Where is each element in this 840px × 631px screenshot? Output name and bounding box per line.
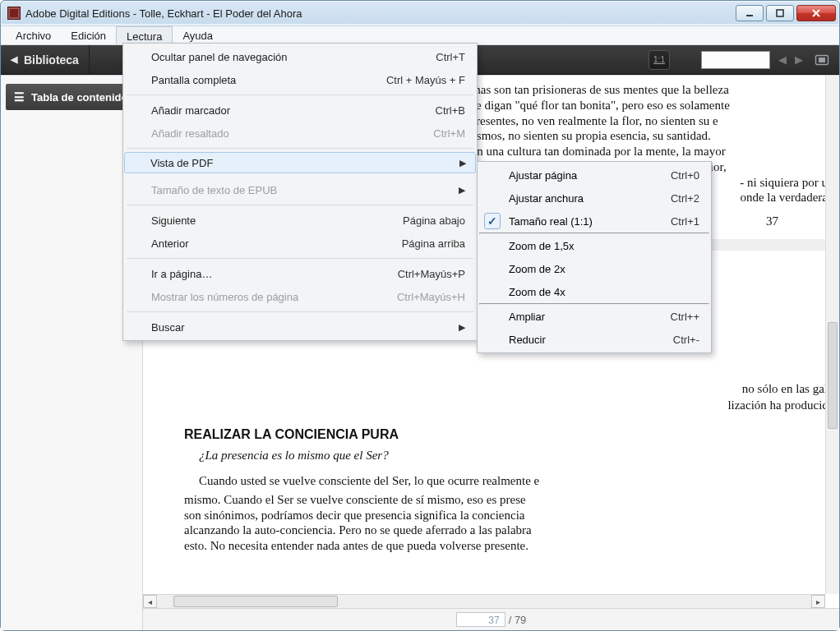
submenu-fit-width[interactable]: Ajustar anchuraCtrl+2 bbox=[479, 187, 709, 210]
actual-size-icon: 1:1 bbox=[653, 55, 665, 64]
toc-label: Tabla de contenidos bbox=[31, 91, 129, 104]
menu-goto-page[interactable]: Ir a página…Ctrl+Mayús+P bbox=[125, 262, 475, 285]
close-button[interactable] bbox=[796, 5, 836, 21]
text-line: que digan "qué flor tan bonita", pero es… bbox=[464, 99, 730, 112]
text-line: mismos, no sienten su propia esencia, su… bbox=[464, 129, 711, 142]
menu-edicion[interactable]: Edición bbox=[61, 26, 116, 44]
submenu-zoom-4x[interactable]: Zoom de 4x bbox=[479, 280, 709, 303]
submenu-actual-size[interactable]: ✓ Tamaño real (1:1)Ctrl+1 bbox=[479, 210, 709, 233]
fullscreen-button[interactable] bbox=[811, 50, 833, 70]
menu-pdf-view[interactable]: Vista de PDF▶ bbox=[124, 152, 476, 173]
text-line: no sólo en las gal bbox=[742, 382, 828, 395]
text-line: s en una cultura tan dominada por la men… bbox=[464, 145, 726, 158]
pdf-view-submenu: Ajustar páginaCtrl+0 Ajustar anchuraCtrl… bbox=[477, 161, 712, 353]
horizontal-scrollbar[interactable]: ◂ ▸ bbox=[143, 594, 825, 608]
body-text: Cuando usted se vuelve consciente del Se… bbox=[184, 473, 828, 489]
menu-search[interactable]: Buscar▶ bbox=[125, 316, 475, 339]
text-line: - ni siquiera por u bbox=[740, 176, 828, 189]
text-line: onde la verdadera bbox=[740, 191, 828, 204]
close-icon bbox=[811, 9, 821, 17]
submenu-arrow-icon: ▶ bbox=[459, 322, 465, 333]
next-page-button[interactable]: ▶ bbox=[795, 53, 803, 66]
maximize-icon bbox=[776, 9, 784, 17]
body-text: mismo. Cuando el Ser se vuelve conscient… bbox=[184, 492, 828, 554]
submenu-arrow-icon: ▶ bbox=[459, 158, 466, 168]
submenu-fit-page[interactable]: Ajustar páginaCtrl+0 bbox=[479, 164, 709, 187]
toc-icon: ☰ bbox=[14, 90, 25, 104]
hscroll-thumb[interactable] bbox=[173, 596, 338, 607]
fullscreen-icon bbox=[815, 54, 829, 66]
submenu-zoom-2x[interactable]: Zoom de 2x bbox=[479, 257, 709, 280]
svg-rect-3 bbox=[819, 58, 825, 62]
svg-rect-1 bbox=[777, 10, 783, 16]
menu-ayuda[interactable]: Ayuda bbox=[173, 26, 223, 44]
text-line: sonas son tan prisioneras de sus mentes … bbox=[464, 83, 729, 96]
window-title: Adobe Digital Editions - Tolle, Eckhart … bbox=[25, 7, 302, 20]
menu-archivo[interactable]: Archivo bbox=[6, 26, 61, 44]
scroll-right-button[interactable]: ▸ bbox=[811, 595, 825, 608]
menu-add-highlight: Añadir resaltadoCtrl+M bbox=[125, 122, 475, 145]
page-counter: 37 / 79 bbox=[143, 609, 839, 630]
titlebar: Adobe Digital Editions - Tolle, Eckhart … bbox=[1, 1, 839, 25]
scroll-thumb[interactable] bbox=[828, 322, 838, 429]
page-number-field[interactable]: 37 bbox=[456, 612, 505, 627]
submenu-zoom-in[interactable]: AmpliarCtrl++ bbox=[479, 305, 709, 328]
library-button[interactable]: ◀ Biblioteca bbox=[1, 45, 90, 74]
maximize-button[interactable] bbox=[766, 5, 794, 21]
section-question: ¿La presencia es lo mismo que el Ser? bbox=[184, 448, 828, 463]
minimize-button[interactable] bbox=[736, 5, 764, 21]
submenu-arrow-icon: ▶ bbox=[459, 185, 465, 196]
text-line: , presentes, no ven realmente la flor, n… bbox=[464, 114, 718, 127]
prev-page-button[interactable]: ◀ bbox=[778, 53, 787, 66]
menu-next-page[interactable]: SiguientePágina abajo bbox=[125, 209, 475, 232]
scroll-left-button[interactable]: ◂ bbox=[143, 595, 157, 608]
library-label: Biblioteca bbox=[24, 53, 79, 67]
text-line: lización ha producic bbox=[727, 398, 828, 412]
page-total: / 79 bbox=[509, 614, 527, 626]
menu-hide-nav[interactable]: Ocultar panel de navegaciónCtrl+T bbox=[125, 45, 475, 68]
menu-show-page-numbers: Mostrar los números de páginaCtrl+Mayús+… bbox=[125, 285, 475, 308]
check-icon: ✓ bbox=[484, 213, 501, 229]
svg-rect-0 bbox=[746, 15, 753, 16]
toc-header[interactable]: ☰ Tabla de contenidos bbox=[6, 84, 137, 110]
menu-fullscreen[interactable]: Pantalla completaCtrl + Mayús + F bbox=[125, 68, 475, 91]
submenu-zoom-15x[interactable]: Zoom de 1,5x bbox=[479, 234, 709, 257]
submenu-zoom-out[interactable]: ReducirCtrl+- bbox=[479, 328, 709, 351]
actual-size-button[interactable]: 1:1 bbox=[648, 50, 670, 70]
back-triangle-icon: ◀ bbox=[11, 54, 17, 65]
lectura-menu: Ocultar panel de navegaciónCtrl+T Pantal… bbox=[122, 43, 478, 341]
vertical-scrollbar[interactable] bbox=[825, 76, 839, 594]
menu-lectura[interactable]: Lectura bbox=[116, 26, 173, 44]
menu-add-bookmark[interactable]: Añadir marcadorCtrl+B bbox=[125, 99, 475, 122]
menu-prev-page[interactable]: AnteriorPágina arriba bbox=[125, 232, 475, 255]
menu-epub-text-size: Tamaño de texto de EPUB▶ bbox=[125, 178, 475, 201]
minimize-icon bbox=[745, 9, 754, 17]
app-icon bbox=[7, 7, 21, 20]
section-heading: REALIZAR LA CONCIENCIA PURA bbox=[184, 426, 828, 443]
page-search-field[interactable] bbox=[701, 51, 770, 69]
